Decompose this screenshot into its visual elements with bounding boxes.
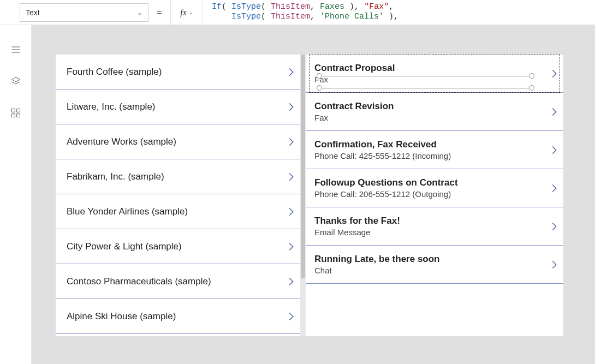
workspace: Fourth Coffee (sample)Litware, Inc. (sam… [0,25,595,364]
property-dropdown-label: Text [26,8,40,17]
activity-row[interactable]: Contract RevisionFax [306,93,563,131]
chevron-right-icon[interactable] [548,182,560,194]
account-name: City Power & Light (sample) [67,241,182,252]
activity-row[interactable]: Running Late, be there soonChat [306,246,563,284]
activity-subtitle: Phone Call: 206-555-1212 (Outgoing) [314,189,458,199]
account-name: Litware, Inc. (sample) [67,102,156,112]
svg-marker-3 [11,77,20,82]
chevron-right-icon[interactable] [285,171,297,183]
account-row[interactable]: Adventure Works (sample) [56,124,300,159]
account-row[interactable]: Blue Yonder Airlines (sample) [56,194,300,229]
chevron-right-icon[interactable] [548,259,560,271]
left-rail [0,25,32,364]
account-row[interactable]: Contoso Pharmaceuticals (sample) [56,264,300,299]
chevron-right-icon[interactable] [548,220,560,232]
svg-rect-7 [16,114,20,117]
activity-subtitle: Phone Call: 425-555-1212 (Incoming) [314,151,451,160]
fx-icon: fx [180,8,187,17]
chevron-right-icon[interactable] [285,241,297,253]
activity-title: Running Late, be there soon [314,254,440,265]
chevron-right-icon[interactable] [285,276,297,288]
account-name: Alpine Ski House (sample) [67,311,176,322]
activity-row[interactable]: Confirmation, Fax ReceivedPhone Call: 42… [306,131,563,169]
chevron-right-icon[interactable] [548,68,560,80]
activity-text: Running Late, be there soonChat [314,254,440,275]
activity-title: Followup Questions on Contract [314,177,458,188]
chevron-right-icon[interactable] [285,206,297,218]
account-name: Fabrikam, Inc. (sample) [67,171,164,182]
activity-text: Contract ProposalFax [314,63,395,84]
activity-row[interactable]: Followup Questions on ContractPhone Call… [306,169,563,207]
components-icon[interactable] [10,107,22,119]
hamburger-icon[interactable] [10,44,22,56]
account-row[interactable]: Alpine Ski House (sample) [56,299,300,334]
svg-rect-5 [16,109,20,112]
activity-text: Confirmation, Fax ReceivedPhone Call: 42… [314,139,451,160]
activity-subtitle: Chat [314,266,440,275]
chevron-right-icon[interactable] [285,136,297,148]
activity-subtitle: Email Message [314,228,400,237]
chevron-down-icon: ⌄ [137,9,142,16]
layers-icon[interactable] [10,75,22,87]
accounts-gallery[interactable]: Fourth Coffee (sample)Litware, Inc. (sam… [56,55,300,336]
formula-bar: Text ⌄ = fx ⌄ If( IsType( ThisItem, Faxe… [0,0,595,25]
app-canvas: Fourth Coffee (sample)Litware, Inc. (sam… [56,55,563,336]
svg-rect-4 [11,109,15,112]
activity-row[interactable]: Contract ProposalFax [306,55,563,93]
equals-sign: = [148,8,170,17]
activity-text: Contract RevisionFax [314,101,394,122]
activity-title: Confirmation, Fax Received [314,139,451,150]
account-row[interactable]: Fabrikam, Inc. (sample) [56,159,300,194]
chevron-right-icon[interactable] [285,66,297,78]
activity-subtitle: Fax [314,75,395,84]
scrollbar[interactable] [300,55,306,336]
account-name: Fourth Coffee (sample) [67,67,162,77]
activity-text: Thanks for the Fax!Email Message [314,216,400,237]
property-dropdown[interactable]: Text ⌄ [20,3,148,22]
chevron-right-icon[interactable] [285,311,297,323]
account-name: Contoso Pharmaceuticals (sample) [67,276,211,287]
activity-text: Followup Questions on ContractPhone Call… [314,177,458,199]
formula-input[interactable]: If( IsType( ThisItem, Faxes ), "Fax", Is… [203,0,595,25]
activity-title: Contract Revision [314,101,394,112]
account-row[interactable]: Fourth Coffee (sample) [56,55,300,89]
chevron-right-icon[interactable] [285,101,297,113]
account-row[interactable]: City Power & Light (sample) [56,229,300,264]
account-name: Blue Yonder Airlines (sample) [67,206,188,217]
scrollbar-thumb[interactable] [301,55,305,278]
svg-rect-6 [11,114,15,117]
chevron-down-icon: ⌄ [189,9,193,15]
account-row[interactable]: Litware, Inc. (sample) [56,89,300,124]
chevron-right-icon[interactable] [548,106,560,118]
fx-button[interactable]: fx ⌄ [170,0,203,25]
activity-row[interactable]: Thanks for the Fax!Email Message [306,207,563,246]
activity-title: Contract Proposal [314,63,395,74]
canvas-area[interactable]: Fourth Coffee (sample)Litware, Inc. (sam… [32,25,595,364]
activity-title: Thanks for the Fax! [314,216,400,226]
chevron-right-icon[interactable] [548,144,560,156]
account-name: Adventure Works (sample) [67,136,176,147]
activities-gallery[interactable]: Contract ProposalFaxContract RevisionFax… [306,55,563,336]
activity-subtitle: Fax [314,113,394,122]
